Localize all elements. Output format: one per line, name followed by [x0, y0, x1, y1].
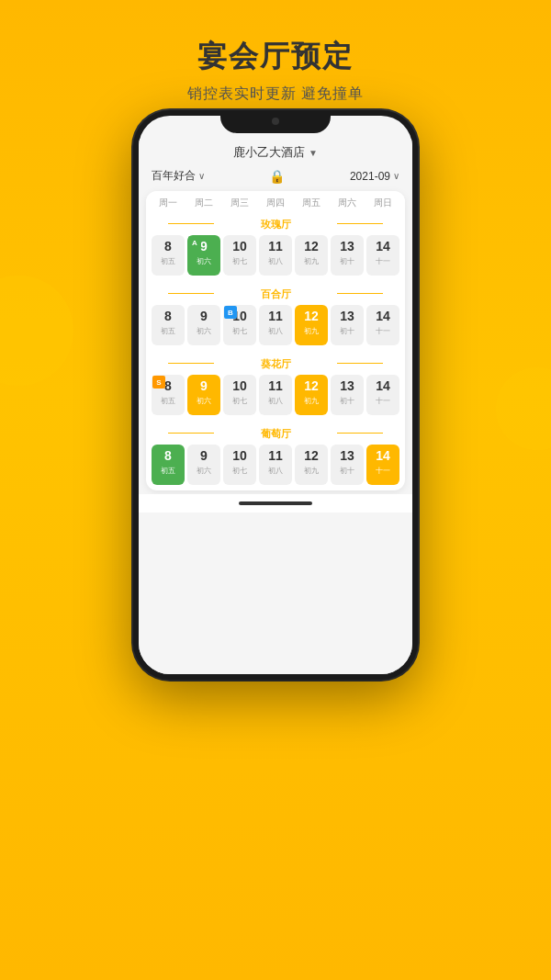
date-number: 8 — [164, 239, 172, 254]
date-number: 9 — [200, 309, 208, 324]
date-cell[interactable]: 9初六 — [187, 305, 220, 345]
date-cell[interactable]: 10初七 — [223, 235, 256, 276]
date-cell[interactable]: 11初八 — [259, 305, 292, 345]
date-lunar: 初八 — [268, 256, 283, 266]
hall-section-0: 玫瑰厅8初五A9初六10初七11初八12初九13初十14十一 — [146, 211, 405, 281]
phone-screen: 鹿小乙大酒店 ▼ 百年好合 ∨ 🔒 2021-09 ∨ 周一 — [139, 116, 412, 674]
date-cell[interactable]: 11初八 — [259, 235, 292, 276]
date-cell[interactable]: 9初六 — [187, 445, 220, 485]
weekday-row: 周一 周二 周三 周四 周五 周六 周日 — [146, 191, 405, 211]
weekday-wed: 周三 — [221, 197, 257, 209]
date-number: 12 — [304, 239, 319, 254]
date-lunar: 初六 — [197, 256, 211, 266]
lock-icon[interactable]: 🔒 — [269, 169, 285, 184]
hall-name-row-0: 玫瑰厅 — [150, 211, 401, 235]
header: 宴会厅预定 销控表实时更新 避免撞单 — [0, 37, 551, 104]
date-lunar: 十一 — [376, 396, 390, 406]
phone-notch — [220, 110, 331, 133]
date-cell[interactable]: 12初九 — [295, 445, 328, 485]
phone-frame: 鹿小乙大酒店 ▼ 百年好合 ∨ 🔒 2021-09 ∨ 周一 — [133, 110, 418, 680]
date-cell[interactable]: A9初六 — [187, 235, 220, 276]
date-cell[interactable]: 12初九 — [295, 235, 328, 276]
date-badge: S — [152, 376, 165, 389]
date-number: 11 — [268, 378, 283, 394]
date-cell[interactable]: 13初十 — [331, 305, 364, 345]
date-cell[interactable]: 14十一 — [366, 375, 399, 415]
halls-container: 玫瑰厅8初五A9初六10初七11初八12初九13初十14十一百合厅8初五9初六B… — [146, 211, 405, 490]
date-lunar: 初十 — [340, 466, 354, 476]
date-number: 10 — [232, 378, 247, 394]
hotel-dropdown-arrow: ▼ — [309, 148, 318, 158]
weekday-sun: 周日 — [365, 197, 401, 209]
hall-name-row-3: 葡萄厅 — [150, 421, 401, 445]
date-cell[interactable]: 12初九 — [295, 375, 328, 415]
filter-bar: 百年好合 ∨ 🔒 2021-09 ∨ — [139, 164, 412, 187]
date-number: 9 — [200, 448, 208, 464]
date-lunar: 初七 — [232, 466, 247, 476]
date-lunar: 初六 — [197, 326, 211, 336]
date-badge: A — [188, 236, 201, 249]
date-grid-1: 8初五9初六B10初七11初八12初九13初十14十一 — [150, 305, 401, 345]
date-cell[interactable]: 8初五 — [152, 305, 185, 345]
date-lunar: 初七 — [232, 326, 247, 336]
package-arrow: ∨ — [198, 171, 205, 181]
date-number: 11 — [268, 309, 283, 324]
date-cell[interactable]: 9初六 — [187, 375, 220, 415]
date-number: 8 — [164, 309, 172, 324]
weekday-thu: 周四 — [257, 197, 293, 209]
date-cell[interactable]: 8初五 — [152, 445, 185, 485]
filter-package[interactable]: 百年好合 ∨ — [152, 168, 205, 184]
date-number: 9 — [200, 239, 208, 254]
date-number: 14 — [376, 378, 390, 394]
weekday-mon: 周一 — [150, 197, 186, 209]
date-lunar: 初九 — [304, 256, 319, 266]
hall-name-3: 葡萄厅 — [261, 428, 291, 439]
date-number: 12 — [304, 448, 319, 464]
date-cell[interactable]: S8初五 — [152, 375, 185, 415]
calendar-card: 周一 周二 周三 周四 周五 周六 周日 玫瑰厅8初五A9初六10初七11初八1… — [146, 191, 405, 490]
date-cell[interactable]: 8初五 — [152, 235, 185, 276]
date-cell[interactable]: 14十一 — [366, 305, 399, 345]
date-lunar: 初五 — [161, 256, 175, 266]
date-cell[interactable]: 11初八 — [259, 375, 292, 415]
date-lunar: 初八 — [268, 466, 283, 476]
date-lunar: 初九 — [304, 466, 319, 476]
date-cell[interactable]: 13初十 — [331, 445, 364, 485]
date-cell[interactable]: 10初七 — [223, 375, 256, 415]
date-lunar: 初七 — [232, 396, 247, 406]
hall-section-1: 百合厅8初五9初六B10初七11初八12初九13初十14十一 — [146, 281, 405, 351]
date-arrow: ∨ — [393, 171, 399, 181]
hall-section-3: 葡萄厅8初五9初六10初七11初八12初九13初十14十一 — [146, 421, 405, 490]
date-cell[interactable]: 14十一 — [366, 235, 399, 276]
date-cell[interactable]: 13初十 — [331, 235, 364, 276]
date-number: 13 — [340, 309, 354, 324]
date-number: 9 — [200, 378, 208, 394]
date-number: 14 — [376, 239, 390, 254]
date-lunar: 初五 — [161, 396, 175, 406]
date-cell[interactable]: 10初七 — [223, 445, 256, 485]
date-cell[interactable]: 14十一 — [366, 445, 399, 485]
date-lunar: 十一 — [376, 256, 390, 266]
date-number: 14 — [376, 448, 390, 464]
date-cell[interactable]: 12初九 — [295, 305, 328, 345]
date-number: 10 — [232, 239, 247, 254]
hotel-name: 鹿小乙大酒店 — [233, 144, 305, 161]
date-lunar: 十一 — [376, 466, 390, 476]
hotel-bar[interactable]: 鹿小乙大酒店 ▼ — [139, 139, 412, 164]
weekday-fri: 周五 — [294, 197, 330, 209]
date-cell[interactable]: B10初七 — [223, 305, 256, 345]
date-grid-2: S8初五9初六10初七11初八12初九13初十14十一 — [150, 375, 401, 415]
date-badge: B — [224, 306, 237, 319]
date-lunar: 初九 — [304, 396, 319, 406]
date-number: 11 — [268, 448, 283, 464]
date-cell[interactable]: 11初八 — [259, 445, 292, 485]
date-lunar: 初六 — [197, 396, 211, 406]
hall-name-2: 葵花厅 — [261, 358, 291, 369]
date-number: 12 — [304, 378, 319, 394]
date-lunar: 初七 — [232, 256, 247, 266]
screen-content[interactable]: 鹿小乙大酒店 ▼ 百年好合 ∨ 🔒 2021-09 ∨ 周一 — [139, 139, 412, 674]
date-number: 8 — [164, 448, 172, 464]
date-cell[interactable]: 13初十 — [331, 375, 364, 415]
filter-date[interactable]: 2021-09 ∨ — [350, 170, 399, 183]
date-lunar: 十一 — [376, 326, 390, 336]
